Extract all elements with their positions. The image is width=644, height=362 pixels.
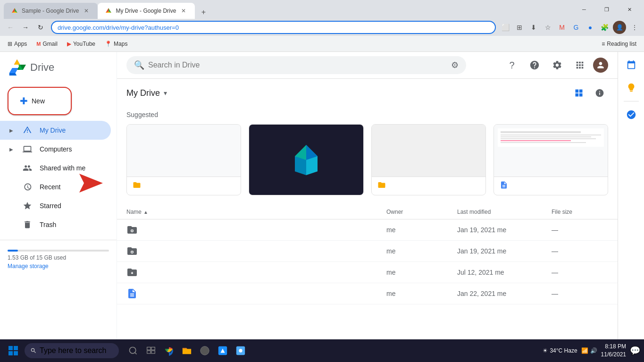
notification-button[interactable]: 💬	[630, 345, 640, 356]
search-icon: 🔍	[134, 60, 144, 70]
grid-view-button[interactable]	[570, 84, 587, 101]
search-header: 🔍 ⚙ ?	[117, 52, 618, 79]
svg-point-23	[201, 346, 209, 355]
storage-usage-text: 1.53 GB of 15 GB used	[8, 254, 109, 261]
calendar-panel-button[interactable]	[622, 56, 641, 75]
sidebar-item-my-drive[interactable]: ▶ My Drive	[0, 121, 111, 140]
back-button[interactable]: ←	[4, 21, 17, 34]
sidebar-item-starred[interactable]: Starred	[0, 196, 111, 215]
bookmark-gmail[interactable]: M Gmail	[33, 39, 61, 49]
taskbar: Type here to search ☀ 34°C Haze	[0, 339, 644, 362]
table-row[interactable]: me Jan 22, 2021 me —	[117, 283, 618, 304]
file-card-2[interactable]: Sample You edited today	[249, 124, 363, 195]
apps-grid-icon[interactable]	[570, 56, 589, 75]
table-row[interactable]: me Jan 19, 2021 me —	[117, 219, 618, 241]
file-card-1[interactable]	[126, 124, 241, 195]
new-button[interactable]: ✚ New	[8, 87, 72, 115]
tab-2[interactable]: My Drive - Google Drive ✕	[98, 3, 195, 19]
forward-button[interactable]: →	[19, 21, 32, 34]
download-icon[interactable]: ⬇	[528, 22, 539, 33]
bookmark-apps[interactable]: ⊞ Apps	[4, 39, 31, 49]
new-plus-icon: ✚	[20, 95, 28, 107]
taskbar-search-app[interactable]	[125, 342, 142, 359]
drive-logo[interactable]: Drive	[0, 56, 117, 83]
svg-point-26	[239, 349, 242, 352]
taskbar-weather[interactable]: ☀ 34°C Haze	[543, 347, 577, 354]
help-feedback-icon[interactable]: ?	[502, 56, 521, 75]
taskbar-app-5[interactable]	[196, 342, 213, 359]
youtube-icon: ▶	[67, 41, 71, 47]
my-drive-dropdown-icon[interactable]: ▾	[164, 89, 167, 97]
reading-list-button[interactable]: ≡ Reading list	[598, 39, 640, 49]
taskbar-taskview-app[interactable]	[142, 342, 159, 359]
computers-label: Computers	[40, 145, 72, 153]
search-input[interactable]	[148, 61, 447, 69]
minimize-button[interactable]: ─	[573, 2, 595, 17]
file-card-3-info	[372, 177, 485, 195]
manage-storage-link[interactable]: Manage storage	[8, 263, 109, 269]
gmail-icon[interactable]: M	[556, 22, 568, 33]
taskbar-search-box[interactable]: Type here to search	[25, 343, 119, 358]
recent-spacer	[8, 183, 15, 191]
drive-logo-text: Drive	[30, 61, 54, 74]
col-header-owner[interactable]: Owner	[386, 209, 457, 215]
tab-1-close[interactable]: ✕	[83, 7, 90, 15]
maximize-button[interactable]: ❐	[596, 2, 618, 17]
computers-icon	[23, 144, 32, 154]
file-card-3[interactable]	[371, 124, 486, 195]
file-owner-3: me	[386, 269, 457, 276]
taskbar-chrome-app[interactable]	[160, 342, 177, 359]
bookmark-maps[interactable]: 📍 Maps	[101, 39, 131, 49]
start-button[interactable]	[4, 341, 23, 360]
col-header-name[interactable]: Name ▲	[126, 209, 386, 215]
tab-2-close[interactable]: ✕	[180, 7, 187, 15]
info-button[interactable]	[591, 84, 608, 101]
sidebar-item-trash[interactable]: Trash	[0, 215, 111, 234]
new-tab-button[interactable]: +	[197, 6, 210, 19]
help-icon[interactable]	[525, 56, 544, 75]
password-icon[interactable]: ●	[585, 22, 596, 33]
profile-avatar[interactable]: 👤	[613, 21, 626, 34]
taskbar-explorer-app[interactable]	[178, 342, 195, 359]
cast-icon[interactable]: ⬜	[500, 22, 511, 33]
settings-icon[interactable]	[548, 56, 567, 75]
bookmark-youtube[interactable]: ▶ YouTube	[63, 39, 99, 49]
tab-search-icon[interactable]: ⊞	[514, 22, 525, 33]
file-name-cell-2	[126, 245, 386, 257]
file-card-1-info	[127, 177, 241, 195]
search-filter-icon[interactable]: ⚙	[451, 60, 459, 70]
network-icon[interactable]: 📶	[581, 347, 588, 354]
taskbar-app-7[interactable]	[232, 342, 249, 359]
address-bar[interactable]: drive.google.com/drive/my-drive?authuser…	[51, 21, 496, 34]
table-row[interactable]: me Jul 12, 2021 me —	[117, 262, 618, 283]
volume-icon[interactable]: 🔊	[590, 347, 597, 354]
chrome-menu-icon[interactable]: ⋮	[629, 22, 640, 33]
tasks-panel-button[interactable]	[622, 105, 641, 124]
right-panel	[618, 52, 644, 362]
user-avatar[interactable]	[593, 58, 608, 73]
sidebar-item-computers[interactable]: ▶ Computers	[0, 140, 111, 159]
tab-1[interactable]: Sample - Google Drive ✕	[4, 3, 98, 19]
taskbar-app-6[interactable]	[214, 342, 231, 359]
close-button[interactable]: ✕	[619, 2, 640, 17]
drive-logo-svg	[8, 59, 26, 76]
table-row[interactable]: me Jan 19, 2021 me —	[117, 241, 618, 262]
col-header-modified[interactable]: Last modified	[457, 209, 552, 215]
keep-panel-button[interactable]	[622, 78, 641, 97]
expand-icon: ▶	[8, 126, 15, 134]
file-name-cell-4	[126, 288, 386, 299]
new-button-label: New	[32, 97, 45, 105]
file-card-4[interactable]	[493, 124, 608, 195]
extensions-icon[interactable]: 🧩	[599, 22, 610, 33]
translate-icon[interactable]: G	[570, 22, 582, 33]
svg-rect-18	[147, 347, 151, 350]
bookmark-icon[interactable]: ☆	[542, 22, 553, 33]
col-header-size[interactable]: File size	[552, 209, 608, 215]
file-owner-4: me	[386, 290, 457, 297]
search-box[interactable]: 🔍 ⚙	[126, 56, 466, 74]
refresh-button[interactable]: ↻	[34, 21, 47, 34]
my-drive-title: My Drive ▾	[126, 88, 167, 98]
file-card-4-icon	[500, 181, 508, 191]
taskbar-clock[interactable]: 8:18 PM 11/6/2021	[601, 343, 626, 359]
storage-section: 1.53 GB of 15 GB used Manage storage	[0, 244, 117, 275]
